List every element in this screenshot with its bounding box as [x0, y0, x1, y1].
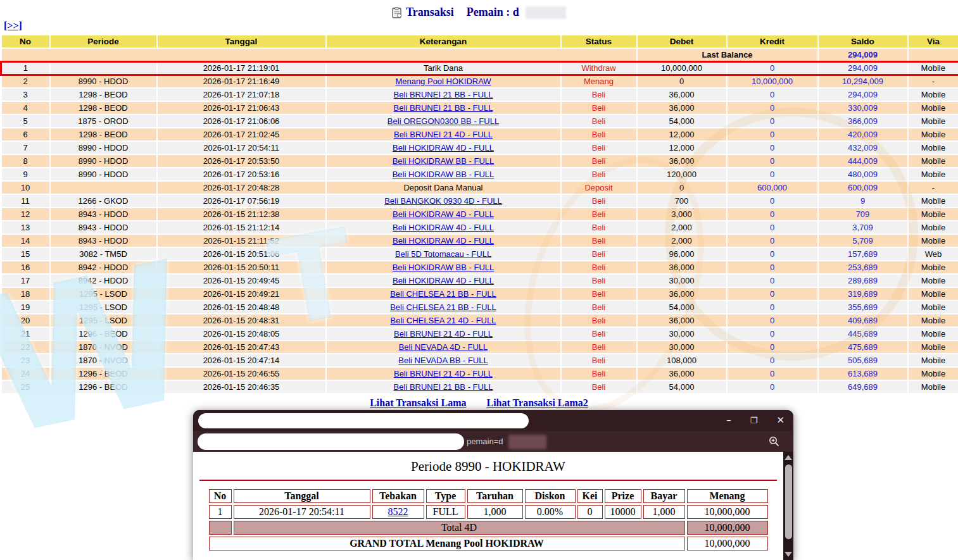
cell-kredit: 0 [727, 301, 818, 314]
cell-kredit: 0 [727, 141, 818, 154]
cell-saldo: 600,009 [818, 181, 908, 194]
cell-kredit: 0 [727, 234, 818, 247]
cell-no: 12 [1, 208, 50, 221]
keterangan-link[interactable]: Beli OREGON0300 BB - FULL [388, 116, 499, 126]
keterangan-link[interactable]: Beli NEVADA 4D - FULL [399, 342, 488, 352]
column-header-kredit: Kredit [727, 35, 818, 48]
cell-status: Beli [561, 261, 637, 274]
keterangan-link[interactable]: Beli BRUNEI 21 4D - FULL [394, 329, 493, 339]
cell-via: Mobile [908, 327, 958, 340]
cell-saldo: 355,689 [818, 301, 908, 314]
keterangan-link[interactable]: Beli CHELSEA 21 4D - FULL [391, 316, 496, 325]
transaction-row: 191295 - LSOD2026-01-15 20:48:48Beli CHE… [1, 301, 958, 314]
cell-kredit: 0 [727, 101, 818, 115]
close-button[interactable]: ✕ [776, 416, 785, 425]
cell-tanggal: 2026-01-15 21:12:38 [157, 208, 326, 221]
minimize-button[interactable]: – [726, 416, 731, 425]
maximize-button[interactable]: ❐ [750, 416, 758, 425]
tebakan-link[interactable]: 8522 [388, 506, 408, 517]
column-header-debet: Debet [637, 35, 727, 48]
keterangan-link[interactable]: Beli HOKIDRAW BB - FULL [393, 170, 495, 179]
popup-titlebar[interactable]: – ❐ ✕ [193, 410, 793, 431]
scroll-up-icon[interactable] [785, 455, 792, 460]
cell-via: - [908, 75, 958, 88]
footer-links: Lihat Transaksi Lama Lihat Transaksi Lam… [0, 397, 958, 409]
old-transactions-link[interactable]: Lihat Transaksi Lama [370, 397, 466, 408]
transaction-row: 178942 - HDOD2026-01-15 20:49:45Beli HOK… [1, 274, 958, 287]
keterangan-link[interactable]: Beli HOKIDRAW 4D - FULL [393, 223, 494, 232]
cell-status: Deposit [561, 181, 637, 194]
cell-saldo: 330,009 [818, 101, 908, 115]
keterangan-link[interactable]: Beli BRUNEI 21 BB - FULL [394, 382, 493, 392]
keterangan-link[interactable]: Beli HOKIDRAW 4D - FULL [393, 143, 494, 152]
cell-status: Beli [561, 274, 637, 287]
cell-periode: 1296 - BEOD [50, 327, 157, 340]
cell-via: Mobile [908, 301, 958, 314]
detail-cell-kei: 0 [577, 505, 603, 519]
cell-saldo: 649,689 [818, 380, 908, 394]
cell-tanggal: 2026-01-17 21:16:49 [157, 75, 326, 88]
cell-kredit: 600,000 [727, 181, 818, 194]
expand-link[interactable]: [>>] [4, 20, 22, 31]
keterangan-link[interactable]: Beli BRUNEI 21 4D - FULL [394, 130, 493, 139]
cell-keterangan: Beli HOKIDRAW 4D - FULL [326, 208, 561, 221]
last-balance-row: Last Balance 294,009 [1, 48, 958, 61]
keterangan-link[interactable]: Beli BRUNEI 21 BB - FULL [394, 90, 493, 99]
transaction-row: 78990 - HDOD2026-01-17 20:54:11Beli HOKI… [1, 141, 958, 154]
column-header-via: Via [908, 35, 958, 48]
keterangan-link[interactable]: Beli 5D Totomacau - FULL [395, 249, 491, 259]
cell-status: Beli [561, 354, 637, 367]
cell-via: Mobile [908, 61, 958, 75]
cell-periode [50, 181, 157, 194]
keterangan-link[interactable]: Beli HOKIDRAW 4D - FULL [393, 209, 494, 219]
scrollbar-thumb[interactable] [785, 464, 792, 539]
cell-via: Mobile [908, 314, 958, 327]
cell-via: Mobile [908, 354, 958, 367]
keterangan-link[interactable]: Beli BRUNEI 21 4D - FULL [394, 369, 493, 378]
cell-saldo: 613,689 [818, 367, 908, 380]
cell-via: Mobile [908, 221, 958, 234]
cell-saldo: 9 [818, 194, 908, 208]
keterangan-link[interactable]: Beli CHELSEA 21 BB - FULL [390, 302, 496, 312]
cell-periode: 8990 - HDOD [50, 168, 157, 181]
cell-via: Mobile [908, 208, 958, 221]
transaction-row: 51875 - OROD2026-01-17 21:06:06Beli OREG… [1, 115, 958, 128]
detail-cell-prize: 10000 [605, 505, 641, 519]
cell-keterangan: Beli HOKIDRAW BB - FULL [326, 154, 561, 168]
cell-via: Mobile [908, 234, 958, 247]
keterangan-link[interactable]: Beli HOKIDRAW BB - FULL [393, 156, 495, 166]
popup-scrollbar[interactable] [783, 452, 793, 560]
cell-no: 1 [1, 61, 50, 75]
keterangan-link[interactable]: Beli BRUNEI 21 BB - FULL [394, 103, 493, 113]
magnifier-icon[interactable] [769, 436, 779, 447]
cell-tanggal: 2026-01-17 20:54:11 [157, 141, 326, 154]
keterangan-link[interactable]: Beli CHELSEA 21 BB - FULL [390, 289, 496, 299]
transaction-row: 211296 - BEOD2026-01-15 20:48:05Beli BRU… [1, 327, 958, 340]
cell-keterangan: Beli 5D Totomacau - FULL [326, 247, 561, 261]
cell-saldo: 445,689 [818, 327, 908, 340]
keterangan-link[interactable]: Beli BANGKOK 0930 4D - FULL [384, 196, 502, 206]
redacted-url-start[interactable] [198, 433, 464, 450]
cell-kredit: 0 [727, 354, 818, 367]
cell-saldo: 5,709 [818, 234, 908, 247]
cell-kredit: 0 [727, 194, 818, 208]
transactions-table: NoPeriodeTanggalKeteranganStatusDebetKre… [0, 34, 958, 394]
detail-header-tanggal: Tanggal [234, 489, 370, 503]
keterangan-link[interactable]: Beli HOKIDRAW 4D - FULL [393, 236, 494, 246]
cell-no: 19 [1, 301, 50, 314]
cell-tanggal: 2026-01-15 20:46:35 [157, 380, 326, 394]
transaction-row: 153082 - TM5D2026-01-15 20:51:06Beli 5D … [1, 247, 958, 261]
cell-debet: 2,000 [637, 234, 727, 247]
keterangan-link[interactable]: Beli HOKIDRAW 4D - FULL [393, 276, 494, 285]
cell-no: 7 [1, 141, 50, 154]
keterangan-link[interactable]: Menang Pool HOKIDRAW [395, 77, 491, 86]
cell-debet: 12,000 [637, 128, 727, 141]
scroll-down-icon[interactable] [785, 552, 792, 557]
cell-kredit: 0 [727, 261, 818, 274]
keterangan-link[interactable]: Beli NEVADA BB - FULL [398, 356, 488, 365]
cell-no: 25 [1, 380, 50, 394]
cell-kredit: 0 [727, 340, 818, 354]
keterangan-link[interactable]: Beli HOKIDRAW BB - FULL [393, 263, 495, 272]
old-transactions-link-2[interactable]: Lihat Transaksi Lama2 [487, 397, 588, 408]
cell-via: Mobile [908, 340, 958, 354]
